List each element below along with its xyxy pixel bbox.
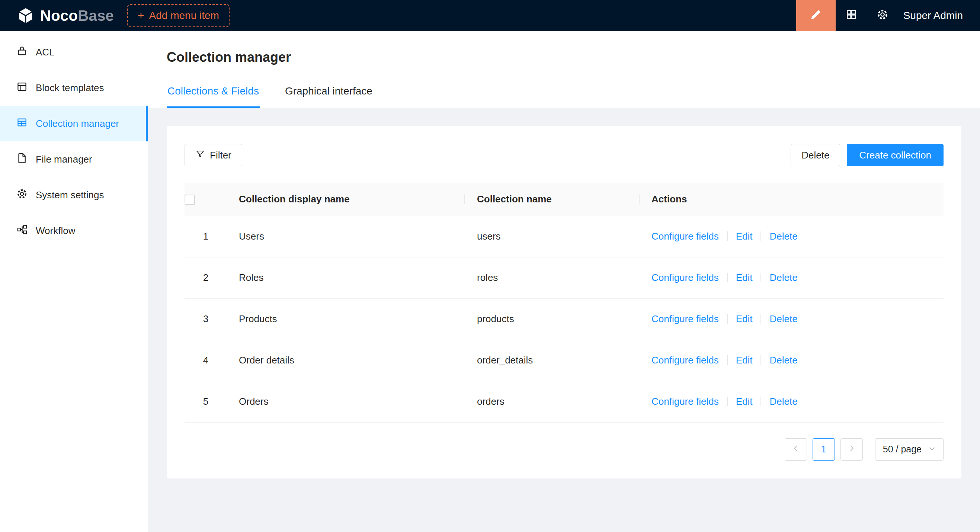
sidebar-item-label: File manager	[36, 154, 92, 165]
collection-name: roles	[465, 257, 640, 299]
sidebar-item-system-settings[interactable]: System settings	[0, 177, 148, 213]
configure-fields-link[interactable]: Configure fields	[651, 396, 719, 407]
page-size-select[interactable]: 50 / page	[875, 438, 943, 461]
select-all-checkbox[interactable]	[185, 195, 195, 205]
apps-grid-icon	[845, 9, 857, 23]
layout-icon	[16, 81, 27, 95]
row-actions: Configure fieldsEditDelete	[640, 257, 943, 299]
next-page-button[interactable]	[840, 438, 863, 461]
collection-name: orders	[465, 381, 640, 422]
action-divider	[760, 273, 761, 283]
action-divider	[760, 355, 761, 365]
table-header-row: Collection display name Collection name …	[185, 183, 943, 216]
plugins-grid-button[interactable]	[836, 0, 867, 31]
collection-display-name: Products	[227, 299, 465, 340]
table-row[interactable]: 5 Orders orders Configure fieldsEditDele…	[185, 381, 943, 422]
collection-display-name: Orders	[227, 381, 465, 422]
prev-page-button[interactable]	[785, 438, 807, 461]
add-menu-item-button[interactable]: + Add menu item	[127, 4, 229, 27]
row-actions: Configure fieldsEditDelete	[640, 216, 943, 257]
sidebar-item-collection-manager[interactable]: Collection manager	[0, 106, 148, 141]
content-area: Filter Delete Create collection Coll	[148, 108, 980, 532]
sidebar-item-label: System settings	[36, 189, 104, 201]
logo[interactable]: NocoBase	[0, 7, 127, 24]
settings-button[interactable]	[867, 0, 898, 31]
edit-link[interactable]: Edit	[736, 313, 752, 324]
tab-bar: Collections & Fields Graphical interface	[167, 80, 980, 108]
tab-collections-fields[interactable]: Collections & Fields	[167, 80, 260, 108]
column-header-actions: Actions	[640, 183, 943, 216]
card-toolbar: Filter Delete Create collection	[185, 144, 943, 166]
main-area: Collection manager Collections & Fields …	[148, 31, 980, 532]
collections-card: Filter Delete Create collection Coll	[167, 126, 961, 478]
row-actions: Configure fieldsEditDelete	[640, 299, 943, 340]
configure-fields-link[interactable]: Configure fields	[651, 313, 719, 324]
column-header-name: Collection name	[465, 183, 640, 216]
sidebar-item-block-templates[interactable]: Block templates	[0, 70, 148, 106]
chevron-down-icon	[928, 444, 936, 455]
action-divider	[760, 232, 761, 241]
collection-name: order_details	[465, 340, 640, 381]
delete-link[interactable]: Delete	[769, 354, 797, 366]
row-index: 5	[185, 381, 227, 422]
row-index: 4	[185, 340, 227, 381]
plus-icon: +	[138, 10, 144, 21]
add-menu-item-label: Add menu item	[149, 10, 219, 22]
table-row[interactable]: 1 Users users Configure fieldsEditDelete	[185, 216, 943, 257]
configure-fields-link[interactable]: Configure fields	[651, 272, 719, 283]
top-header: NocoBase + Add menu item	[0, 0, 980, 31]
sidebar-item-acl[interactable]: ACL	[0, 34, 148, 70]
sidebar-item-workflow[interactable]: Workflow	[0, 213, 148, 249]
table-row[interactable]: 2 Roles roles Configure fieldsEditDelete	[185, 257, 943, 299]
topbar-right: Super Admin	[796, 0, 980, 31]
collection-display-name: Users	[227, 216, 465, 257]
table-row[interactable]: 4 Order details order_details Configure …	[185, 340, 943, 381]
collection-name: products	[465, 299, 640, 340]
row-index: 3	[185, 299, 227, 340]
pagination: 1 50 / page	[185, 438, 943, 461]
row-actions: Configure fieldsEditDelete	[640, 340, 943, 381]
user-menu[interactable]: Super Admin	[904, 10, 963, 22]
app: NocoBase + Add menu item	[0, 0, 980, 532]
page-1-button[interactable]: 1	[813, 438, 835, 461]
ui-designer-button[interactable]	[796, 0, 836, 31]
delete-link[interactable]: Delete	[769, 231, 797, 242]
filter-label: Filter	[210, 149, 231, 161]
action-divider	[727, 397, 728, 406]
tab-graphical-interface[interactable]: Graphical interface	[284, 80, 373, 108]
page-size-label: 50 / page	[883, 444, 921, 455]
edit-link[interactable]: Edit	[736, 231, 752, 242]
page-header: Collection manager Collections & Fields …	[148, 31, 980, 108]
settings-sidebar: ACL Block templates Co	[0, 31, 148, 532]
action-divider	[727, 273, 728, 283]
row-index: 2	[185, 257, 227, 299]
collections-table: Collection display name Collection name …	[185, 183, 943, 422]
action-divider	[727, 355, 728, 365]
action-divider	[727, 314, 728, 324]
edit-link[interactable]: Edit	[736, 272, 752, 283]
delete-link[interactable]: Delete	[769, 272, 797, 283]
table-icon	[16, 117, 27, 130]
sidebar-item-label: Workflow	[36, 225, 75, 237]
collection-name: users	[465, 216, 640, 257]
page-title: Collection manager	[167, 49, 980, 65]
table-row[interactable]: 3 Products products Configure fieldsEdit…	[185, 299, 943, 340]
edit-link[interactable]: Edit	[736, 396, 752, 407]
edit-link[interactable]: Edit	[736, 354, 752, 366]
collection-display-name: Order details	[227, 340, 465, 381]
create-collection-button[interactable]: Create collection	[847, 144, 943, 166]
lock-icon	[16, 45, 27, 59]
filter-button[interactable]: Filter	[185, 144, 242, 166]
delete-link[interactable]: Delete	[769, 313, 797, 324]
chevron-right-icon	[848, 444, 856, 455]
logo-text: NocoBase	[40, 8, 114, 24]
configure-fields-link[interactable]: Configure fields	[651, 354, 719, 366]
sidebar-item-file-manager[interactable]: File manager	[0, 141, 148, 177]
action-divider	[727, 232, 728, 241]
configure-fields-link[interactable]: Configure fields	[651, 231, 719, 242]
gear-icon	[877, 9, 888, 23]
delete-button[interactable]: Delete	[791, 144, 840, 166]
sidebar-item-label: Block templates	[36, 82, 104, 94]
delete-link[interactable]: Delete	[769, 396, 797, 407]
nocobase-cube-icon	[17, 7, 34, 24]
